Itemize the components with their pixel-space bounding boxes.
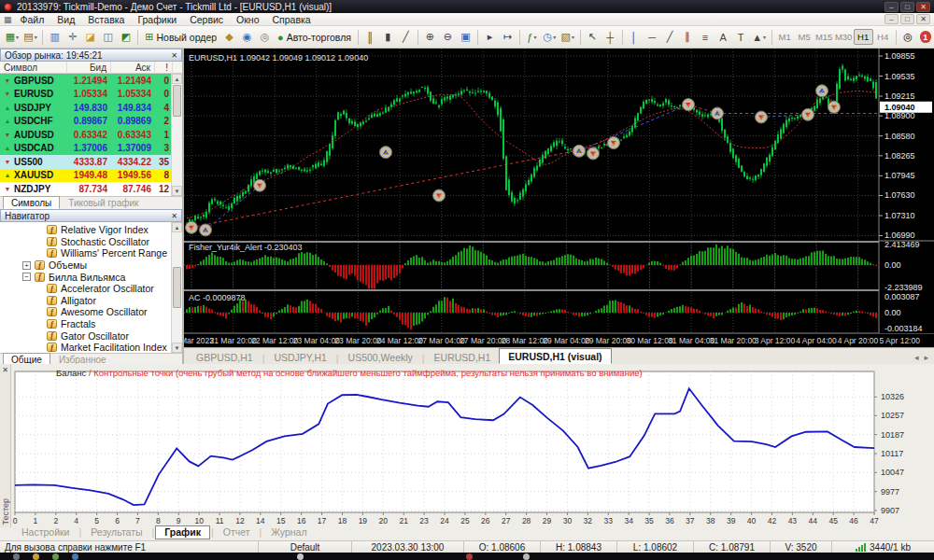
- navigator-item[interactable]: fAwesome Oscillator: [0, 306, 182, 318]
- balance-chart[interactable]: 0124567891011121415161718192021232425262…: [11, 364, 934, 528]
- bars-chart-button[interactable]: ║: [361, 28, 379, 46]
- tester-tab-График[interactable]: График: [155, 525, 210, 539]
- mdi-minimize-button[interactable]: –: [884, 14, 899, 24]
- navigator-item[interactable]: fMarket Facilitation Index: [0, 342, 182, 353]
- period-H1-button[interactable]: H1: [854, 29, 873, 45]
- trade-marker-sell[interactable]: [587, 147, 600, 160]
- taskbar-icon[interactable]: [523, 553, 530, 560]
- minimize-button[interactable]: –: [884, 2, 899, 12]
- chart-tab-GBPUSD,H1[interactable]: GBPUSD,H1: [188, 350, 262, 364]
- taskbar-icon[interactable]: [72, 553, 78, 560]
- news-button[interactable]: ◎: [256, 28, 274, 46]
- trendline-button[interactable]: ╱: [661, 28, 679, 46]
- period-M30-button[interactable]: M30: [834, 29, 854, 45]
- period-M15-button[interactable]: M15: [814, 29, 834, 45]
- scrollbar-thumb[interactable]: [173, 85, 181, 117]
- navigator-close-icon[interactable]: ✕: [171, 212, 177, 220]
- market-watch-tab-Тиковый график[interactable]: Тиковый график: [61, 197, 146, 209]
- vertical-line-button[interactable]: │: [626, 28, 644, 46]
- status-profile[interactable]: Default: [258, 541, 351, 553]
- navigator-item[interactable]: fAlligator: [0, 295, 182, 307]
- navigator-item[interactable]: fGator Oscillator: [0, 329, 182, 342]
- market-watch-close-icon[interactable]: ✕: [171, 51, 177, 60]
- chart-tab-EURUSD,H1[interactable]: EURUSD,H1: [426, 350, 500, 364]
- terminal-button[interactable]: ◫: [99, 28, 117, 46]
- close-button[interactable]: ✕: [916, 2, 930, 12]
- collapse-icon[interactable]: −: [22, 273, 31, 281]
- trade-marker-buy[interactable]: [816, 85, 828, 97]
- chart-tab-EURUSD,H1 (visual)[interactable]: EURUSD,H1 (visual): [499, 348, 611, 364]
- price-chart[interactable]: 1.098551.095351.092151.089001.085801.082…: [184, 49, 934, 347]
- tester-tab-Отчет[interactable]: Отчет: [215, 525, 259, 539]
- crosshair-button[interactable]: ┼: [601, 28, 619, 46]
- menu-Вставка[interactable]: Вставка: [81, 13, 131, 26]
- line-chart-button[interactable]: ╱: [397, 28, 415, 46]
- chart-tab-US500,Weekly[interactable]: US500,Weekly: [340, 350, 421, 364]
- menu-Файл[interactable]: Файл: [14, 13, 51, 26]
- market-row-GBPUSD[interactable]: ▼GBPUSD1.214941.214940: [0, 74, 182, 88]
- column-0[interactable]: Символ: [0, 62, 67, 74]
- menu-Вид[interactable]: Вид: [50, 13, 81, 26]
- market-row-XAUUSD[interactable]: ▲XAUUSD1949.481949.568: [0, 169, 182, 183]
- market-watch-button[interactable]: ▥: [46, 28, 64, 46]
- navigator-scrollbar[interactable]: ▲ ▼: [171, 222, 182, 353]
- menu-Справка[interactable]: Справка: [266, 13, 318, 26]
- taskbar-icon[interactable]: [13, 553, 20, 560]
- tab-scroll-right-icon[interactable]: ▸: [924, 353, 928, 362]
- column-1[interactable]: Бид: [67, 62, 111, 74]
- tester-tab-Настройки[interactable]: Настройки: [13, 525, 78, 539]
- menu-Сервис[interactable]: Сервис: [183, 13, 230, 26]
- trade-marker-sell[interactable]: [828, 101, 841, 113]
- market-row-EURUSD[interactable]: ▼EURUSD1.053341.053340: [0, 88, 182, 102]
- market-row-USDCHF[interactable]: ▲USDCHF0.898670.898692: [0, 115, 182, 129]
- mdi-restore-button[interactable]: □: [900, 14, 914, 24]
- search-button[interactable]: ◎: [899, 28, 917, 46]
- cursor-button[interactable]: ↖: [584, 28, 601, 46]
- trade-marker-buy[interactable]: [712, 107, 724, 119]
- trade-marker-sell[interactable]: [683, 99, 695, 111]
- auto-scroll-button[interactable]: ▸: [481, 28, 499, 46]
- tile-windows-button[interactable]: ▣: [457, 28, 474, 46]
- trade-marker-sell[interactable]: [756, 111, 768, 123]
- text-label-button[interactable]: T: [732, 28, 750, 46]
- market-row-AUDUSD[interactable]: ▼AUDUSD0.633420.633431: [0, 128, 182, 142]
- market-row-US500[interactable]: ▼US5004333.874334.2235: [0, 155, 182, 169]
- taskbar-icon[interactable]: [297, 553, 304, 560]
- market-watch-tab-Символы[interactable]: Символы: [3, 196, 60, 209]
- fibonacci-button[interactable]: ≡: [697, 28, 715, 46]
- equidistant-channel-button[interactable]: ∥: [679, 28, 697, 46]
- navigator-item[interactable]: +fОбъемы: [0, 259, 182, 272]
- scroll-up-icon[interactable]: ▲: [172, 222, 182, 232]
- navigator-item[interactable]: fStochastic Oscillator: [0, 236, 182, 248]
- arrows-button[interactable]: ▲▾: [750, 28, 769, 46]
- column-2[interactable]: Аск: [111, 62, 155, 74]
- taskbar-icon[interactable]: [52, 553, 59, 560]
- navigator-item[interactable]: −fБилла Вильямса: [0, 271, 182, 283]
- period-M1-button[interactable]: M1: [775, 29, 795, 45]
- tester-tab-Журнал[interactable]: Журнал: [262, 525, 315, 539]
- navigator-header[interactable]: Навигатор ✕: [0, 209, 182, 222]
- new-order-button[interactable]: ⊞Новый ордер: [141, 28, 220, 46]
- taskbar-icon[interactable]: [466, 553, 473, 560]
- notifications-button[interactable]: 1: [920, 31, 931, 43]
- text-button[interactable]: A: [715, 28, 732, 46]
- profiles-button[interactable]: ▤▾: [21, 28, 40, 46]
- scroll-down-icon[interactable]: ▼: [172, 343, 182, 353]
- trade-marker-sell[interactable]: [186, 221, 198, 233]
- market-watch-scrollbar[interactable]: ▲ ▼: [171, 74, 182, 196]
- expand-icon[interactable]: +: [22, 261, 31, 270]
- navigator-item[interactable]: fRelative Vigor Index: [0, 224, 182, 236]
- zoom-out-button[interactable]: ⊖: [439, 28, 457, 46]
- mdi-close-button[interactable]: ✕: [916, 14, 930, 24]
- market-row-USDCAD[interactable]: ▲USDCAD1.370061.370093: [0, 142, 182, 156]
- trade-marker-sell[interactable]: [254, 179, 266, 191]
- new-chart-button[interactable]: ▦▾: [3, 28, 21, 46]
- metaeditor-button[interactable]: ◆: [220, 28, 238, 46]
- scroll-down-icon[interactable]: ▼: [172, 186, 182, 196]
- tab-scroll-left-icon[interactable]: ◂: [914, 353, 919, 362]
- market-watch-header[interactable]: Обзор рынка: 19:45:21 ✕: [0, 49, 182, 62]
- chart-shift-button[interactable]: ↦: [499, 28, 517, 46]
- navigator-item[interactable]: fWilliams' Percent Range: [0, 247, 182, 259]
- scrollbar-thumb[interactable]: [173, 267, 181, 308]
- horizontal-line-button[interactable]: ─: [644, 28, 661, 46]
